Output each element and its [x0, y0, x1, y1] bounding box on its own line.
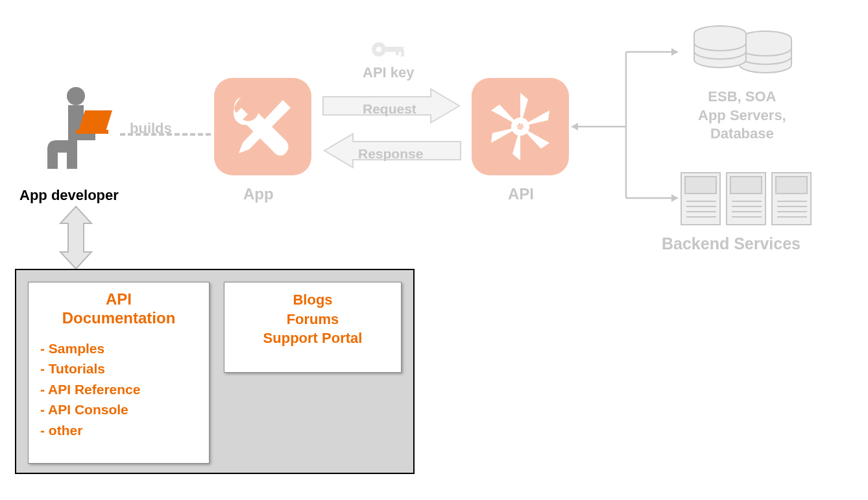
api-documentation-card: API Documentation - Samples - Tutorials …: [28, 282, 210, 464]
list-item: - API Reference: [40, 379, 201, 400]
backend-connectors: [568, 36, 684, 205]
request-label: Request: [363, 101, 416, 117]
tools-icon: [227, 91, 298, 162]
api-doc-title: API Documentation: [36, 290, 201, 328]
portal-container: API Documentation - Samples - Tutorials …: [15, 269, 415, 474]
key-icon: [370, 36, 409, 65]
svg-rect-1: [76, 130, 108, 134]
builds-dashed-line: [120, 133, 211, 136]
list-item: - Samples: [40, 338, 201, 359]
esb-line2: App Servers,: [698, 107, 786, 123]
svg-point-3: [376, 47, 381, 52]
community-list: Blogs Forums Support Portal: [232, 290, 393, 348]
svg-rect-6: [401, 51, 404, 56]
esb-line3: Database: [710, 125, 774, 142]
developer-label: App developer: [19, 187, 119, 204]
svg-rect-4: [384, 47, 404, 52]
list-item: Blogs: [232, 290, 393, 310]
svg-point-0: [67, 87, 85, 105]
api-label: API: [508, 185, 534, 203]
servers-icon: [679, 166, 815, 234]
double-arrow-icon: [56, 205, 95, 273]
esb-line1: ESB, SOA: [708, 88, 776, 105]
list-item: Forums: [232, 310, 393, 329]
svg-rect-28: [776, 177, 807, 194]
list-item: - Tutorials: [40, 358, 201, 379]
community-card: Blogs Forums Support Portal: [224, 282, 402, 373]
list-item: - other: [40, 420, 201, 441]
app-label: App: [243, 185, 274, 203]
api-doc-list: - Samples - Tutorials - API Reference - …: [36, 338, 201, 441]
database-icon: [688, 19, 804, 87]
svg-rect-22: [730, 177, 762, 194]
svg-rect-5: [396, 51, 399, 55]
api-architecture-diagram: App developer builds App API key: [0, 0, 868, 500]
app-box: [214, 78, 311, 175]
api-key-label: API key: [363, 64, 415, 81]
gear-icon: [481, 88, 559, 166]
esb-label: ESB, SOA App Servers, Database: [698, 88, 786, 144]
api-box: [472, 78, 569, 175]
response-label: Response: [358, 146, 423, 162]
developer-icon: [36, 84, 114, 178]
list-item: Support Portal: [232, 329, 393, 348]
svg-rect-16: [685, 177, 716, 194]
backend-services-label: Backend Services: [662, 234, 801, 253]
list-item: - API Console: [40, 399, 201, 420]
